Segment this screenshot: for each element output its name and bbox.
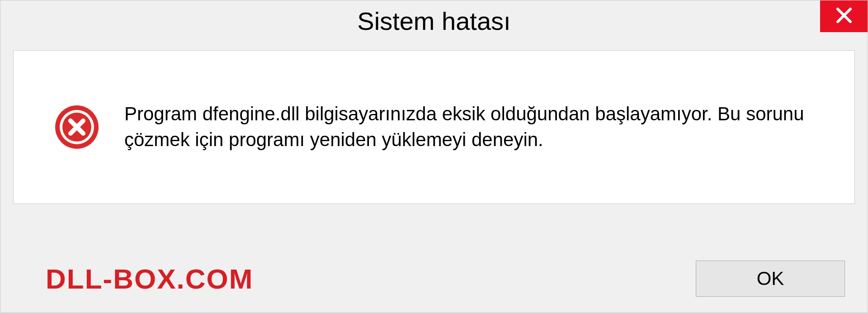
- close-button[interactable]: [820, 0, 868, 32]
- footer: DLL-BOX.COM OK: [0, 261, 868, 297]
- error-message: Program dfengine.dll bilgisayarınızda ek…: [124, 101, 832, 152]
- watermark-text: DLL-BOX.COM: [46, 263, 253, 295]
- content-area: Program dfengine.dll bilgisayarınızda ek…: [13, 50, 855, 204]
- error-dialog: Sistem hatası Program dfengine.dll bilgi…: [0, 0, 868, 313]
- ok-button[interactable]: OK: [696, 261, 845, 297]
- titlebar: Sistem hatası: [0, 0, 868, 41]
- close-icon: [835, 6, 853, 26]
- error-icon: [54, 104, 99, 150]
- dialog-title: Sistem hatası: [357, 6, 510, 36]
